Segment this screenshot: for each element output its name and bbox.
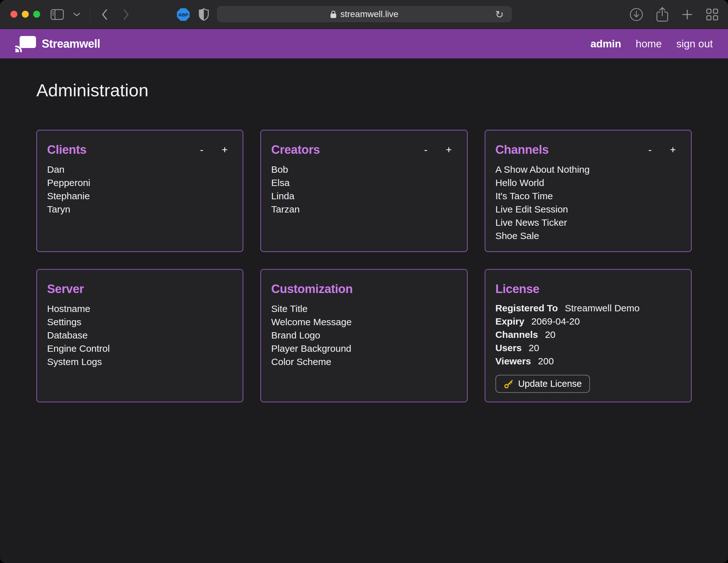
cast-logo-icon	[15, 35, 37, 52]
card-creators-controls: - +	[419, 143, 457, 156]
toolbar-right-group	[629, 0, 719, 29]
cards-grid: Clients - + Dan Pepperoni Stephanie Tary…	[36, 130, 692, 402]
update-license-button[interactable]: Update License	[495, 375, 590, 393]
license-field: Viewers200	[495, 354, 681, 368]
list-item[interactable]: Elsa	[271, 176, 457, 190]
url-text: streamwell.live	[340, 9, 398, 19]
downloads-icon[interactable]	[629, 8, 643, 21]
sidebar-toggle-icon[interactable]	[51, 9, 64, 20]
card-creators-title: Creators	[271, 143, 320, 157]
list-item[interactable]: It's Taco Time	[495, 190, 681, 203]
remove-creator-button[interactable]: -	[419, 143, 433, 156]
back-button[interactable]	[101, 9, 108, 20]
remove-client-button[interactable]: -	[195, 143, 209, 156]
brand[interactable]: Streamwell	[15, 35, 100, 52]
page-title: Administration	[36, 79, 692, 102]
chevron-down-icon[interactable]	[73, 12, 80, 17]
license-field: Registered ToStreamwell Demo	[495, 301, 681, 315]
add-creator-button[interactable]: +	[441, 143, 457, 156]
list-item[interactable]: Taryn	[47, 203, 233, 216]
list-item[interactable]: Settings	[47, 315, 233, 329]
card-channels-controls: - +	[643, 143, 681, 156]
list-item[interactable]: Welcome Message	[271, 315, 457, 329]
card-customization: Customization Site Title Welcome Message…	[260, 269, 467, 402]
card-channels-title: Channels	[495, 143, 549, 157]
tab-overview-icon[interactable]	[706, 8, 719, 21]
list-item[interactable]: Live Edit Session	[495, 203, 681, 216]
list-item[interactable]: Player Background	[271, 342, 457, 355]
license-field-label: Channels	[495, 329, 538, 340]
list-item[interactable]: Site Title	[271, 302, 457, 315]
list-item[interactable]: Live News Ticker	[495, 216, 681, 229]
traffic-lights	[10, 11, 40, 18]
abp-badge-label: ABP	[177, 8, 190, 21]
server-list: Hostname Settings Database Engine Contro…	[47, 302, 233, 368]
remove-channel-button[interactable]: -	[643, 143, 657, 156]
adblock-plus-icon[interactable]: ABP	[177, 8, 190, 21]
update-license-label: Update License	[518, 378, 582, 389]
share-icon[interactable]	[656, 7, 669, 22]
list-item[interactable]: Database	[47, 329, 233, 342]
license-field-label: Viewers	[495, 356, 531, 366]
zoom-window-button[interactable]	[33, 11, 40, 18]
list-item[interactable]: Tarzan	[271, 203, 457, 216]
license-field-value: 20	[529, 342, 539, 353]
address-bar[interactable]: streamwell.live ↻	[217, 6, 512, 22]
list-item[interactable]: Brand Logo	[271, 329, 457, 342]
browser-toolbar: ABP streamwell.live ↻	[0, 0, 728, 29]
nav-links: admin home sign out	[591, 38, 713, 50]
card-channels: Channels - + A Show About Nothing Hello …	[485, 130, 692, 252]
toolbar-divider	[90, 8, 90, 21]
list-item[interactable]: Hello World	[495, 176, 681, 190]
license-fields: Registered ToStreamwell Demo Expiry2069-…	[495, 301, 681, 368]
license-field: Expiry2069-04-20	[495, 315, 681, 328]
card-license-title: License	[495, 282, 539, 296]
add-channel-button[interactable]: +	[665, 143, 681, 156]
card-clients: Clients - + Dan Pepperoni Stephanie Tary…	[36, 130, 243, 252]
list-item[interactable]: A Show About Nothing	[495, 163, 681, 176]
list-item[interactable]: Stephanie	[47, 190, 233, 203]
card-clients-controls: - +	[195, 143, 233, 156]
creators-list: Bob Elsa Linda Tarzan	[271, 163, 457, 216]
license-field-value: Streamwell Demo	[565, 303, 640, 313]
card-customization-title: Customization	[271, 282, 353, 296]
nav-link-sign-out[interactable]: sign out	[676, 38, 713, 50]
license-field-label: Users	[495, 342, 522, 353]
new-tab-icon[interactable]	[681, 9, 693, 21]
browser-window: ABP streamwell.live ↻	[0, 0, 728, 563]
card-clients-title: Clients	[47, 143, 87, 157]
list-item[interactable]: Dan	[47, 163, 233, 176]
license-field-label: Expiry	[495, 316, 525, 326]
list-item[interactable]: Pepperoni	[47, 176, 233, 190]
clients-list: Dan Pepperoni Stephanie Taryn	[47, 163, 233, 216]
brand-name: Streamwell	[42, 37, 100, 51]
list-item[interactable]: Hostname	[47, 302, 233, 315]
forward-button[interactable]	[123, 9, 129, 20]
list-item[interactable]: Linda	[271, 190, 457, 203]
list-item[interactable]: System Logs	[47, 355, 233, 368]
add-client-button[interactable]: +	[217, 143, 233, 156]
list-item[interactable]: Shoe Sale	[495, 229, 681, 243]
privacy-shield-icon[interactable]	[198, 8, 209, 21]
nav-link-admin[interactable]: admin	[591, 38, 621, 50]
reload-icon[interactable]: ↻	[493, 8, 506, 21]
minimize-window-button[interactable]	[22, 11, 29, 18]
admin-page: Administration Clients - + Dan Pepperoni…	[0, 58, 728, 402]
lock-icon	[330, 10, 337, 18]
license-field-label: Registered To	[495, 303, 558, 313]
list-item[interactable]: Color Scheme	[271, 355, 457, 368]
license-field: Users20	[495, 341, 681, 354]
license-field-value: 2069-04-20	[531, 316, 579, 326]
nav-link-home[interactable]: home	[636, 38, 662, 50]
toolbar-left-group	[51, 0, 129, 29]
license-field-value: 200	[538, 356, 554, 366]
app-navbar: Streamwell admin home sign out	[0, 29, 728, 58]
customization-list: Site Title Welcome Message Brand Logo Pl…	[271, 302, 457, 368]
list-item[interactable]: Engine Control	[47, 342, 233, 355]
card-server: Server Hostname Settings Database Engine…	[36, 269, 243, 402]
channels-list: A Show About Nothing Hello World It's Ta…	[495, 163, 681, 243]
close-window-button[interactable]	[10, 11, 17, 18]
card-creators: Creators - + Bob Elsa Linda Tarzan	[260, 130, 467, 252]
extension-icons: ABP	[177, 0, 209, 29]
list-item[interactable]: Bob	[271, 163, 457, 176]
